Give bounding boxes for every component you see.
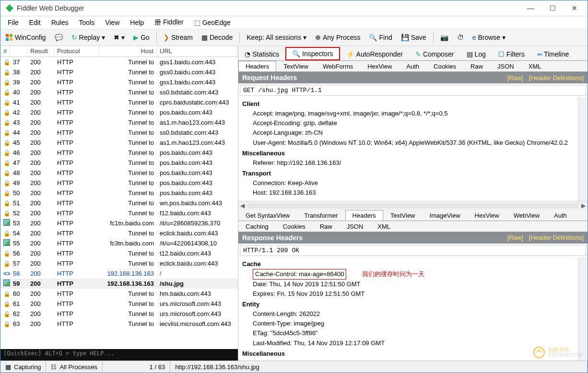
resptab-raw[interactable]: Raw <box>313 221 340 232</box>
tab-filters[interactable]: ☐Filters <box>492 47 531 60</box>
session-row[interactable]: 🔒57200HTTPTunnel toeclick.baidu.com:443 <box>0 258 238 268</box>
find-button[interactable]: 🔍Find <box>366 32 395 43</box>
any-process-button[interactable]: ⊕Any Process <box>312 32 364 43</box>
stream-button[interactable]: ❯Stream <box>161 32 196 43</box>
session-row[interactable]: 🔒56200HTTPTunnel tot12.baidu.com:443 <box>0 248 238 258</box>
session-row[interactable]: 🔒40200HTTPTunnel toss0.bdstatic.com:443 <box>0 87 238 97</box>
session-row[interactable]: 🔒46200HTTPTunnel topos.baidu.com:443 <box>0 148 238 158</box>
reqtab-xml[interactable]: XML <box>521 61 549 71</box>
keep-sessions-dropdown[interactable]: Keep: All sessions▾ <box>244 32 309 43</box>
session-row[interactable]: 🔒47200HTTPTunnel topos.baidu.com:443 <box>0 158 238 168</box>
close-button[interactable]: ✕ <box>564 1 586 15</box>
tab-composer[interactable]: ✎Composer <box>409 47 460 60</box>
req-def-link[interactable]: [Header Definitions] <box>529 74 584 82</box>
reqtab-json[interactable]: JSON <box>490 61 521 71</box>
reqtab-cookies[interactable]: Cookies <box>426 61 463 71</box>
capturing-indicator[interactable]: ▦Capturing <box>0 361 46 373</box>
resptab-json[interactable]: JSON <box>340 221 371 232</box>
menu-file[interactable]: File <box>3 17 23 28</box>
reqtab-raw[interactable]: Raw <box>463 61 490 71</box>
camera-button[interactable]: 📷 <box>437 32 451 43</box>
col-host[interactable]: Host <box>99 46 157 57</box>
tab-autoresponder[interactable]: ⚡AutoResponder <box>340 47 409 60</box>
session-row[interactable]: 55200HTTPfc3tn.baidu.com/it/u=4220614308… <box>0 238 238 248</box>
session-row[interactable]: 🔒41200HTTPTunnel tocpro.baidustatic.com:… <box>0 97 238 107</box>
resptab-transformer[interactable]: Transformer <box>297 210 345 221</box>
session-row[interactable]: 🔒61200HTTPTunnel tours.microsoft.com:443 <box>0 299 238 309</box>
reqtab-auth[interactable]: Auth <box>399 61 426 71</box>
session-row[interactable]: 🔒43200HTTPTunnel toas1.m.hao123.com:443 <box>0 117 238 128</box>
session-row[interactable]: <>58200HTTP192.168.136.163/ <box>0 268 238 279</box>
req-raw-link[interactable]: [Raw] <box>507 74 523 82</box>
col-num[interactable]: # <box>0 46 10 57</box>
col-protocol[interactable]: Protocol <box>54 46 99 57</box>
request-subtabs: HeadersTextViewWebFormsHexViewAuthCookie… <box>238 61 588 72</box>
menu-rules[interactable]: Rules <box>47 17 73 28</box>
lock-icon: 🔒 <box>3 69 10 76</box>
menu-tools[interactable]: Tools <box>74 17 99 28</box>
resptab-headers[interactable]: Headers <box>345 210 383 221</box>
session-row[interactable]: 🔒37200HTTPTunnel togss1.baidu.com:443 <box>0 57 238 67</box>
session-row[interactable]: 🔒48200HTTPTunnel topos.baidu.com:443 <box>0 168 238 178</box>
session-row[interactable]: 🔒49200HTTPTunnel topos.baidu.com:443 <box>0 178 238 188</box>
scrollbar-vertical[interactable] <box>578 97 588 201</box>
menu-edit[interactable]: Edit <box>25 17 45 28</box>
tab-inspectors[interactable]: 🔍Inspectors <box>285 47 340 60</box>
session-row[interactable]: 🔒60200HTTPTunnel tohm.baidu.com:443 <box>0 289 238 299</box>
session-row[interactable]: 🔒54200HTTPTunnel toeclick.baidu.com:443 <box>0 228 238 238</box>
menu-geoedge[interactable]: ⬚ GeoEdge <box>190 17 235 28</box>
go-button[interactable]: ▶Go <box>130 32 153 43</box>
resp-raw-link[interactable]: [Raw] <box>507 234 523 241</box>
save-button[interactable]: 💾Save <box>398 32 429 43</box>
tab-log[interactable]: ▤Log <box>460 47 492 60</box>
reqtab-textview[interactable]: TextView <box>276 61 316 71</box>
tab-statistics[interactable]: ◔Statistics <box>238 47 285 60</box>
lock-icon: 🔒 <box>3 119 10 126</box>
resp-def-link[interactable]: [Header Definitions] <box>529 234 584 241</box>
winconfig-button[interactable]: WinConfig <box>2 32 49 43</box>
resptab-hexview[interactable]: HexView <box>468 210 506 221</box>
reqtab-hexview[interactable]: HexView <box>360 61 399 71</box>
session-row[interactable]: 🔒44200HTTPTunnel toss0.bdstatic.com:443 <box>0 128 238 138</box>
menu-help[interactable]: Help <box>126 17 148 28</box>
comment-button[interactable]: 💬 <box>52 32 66 43</box>
session-row[interactable]: 🔒45200HTTPTunnel toas1.m.hao123.com:443 <box>0 138 238 148</box>
session-row[interactable]: 🔒52200HTTPTunnel tof12.baidu.com:443 <box>0 208 238 218</box>
session-row[interactable]: 🔒50200HTTPTunnel topos.baidu.com:443 <box>0 188 238 198</box>
session-row[interactable]: 🔒62200HTTPTunnel tours.microsoft.com:443 <box>0 309 238 319</box>
resptab-webview[interactable]: WebView <box>506 210 547 221</box>
browse-button[interactable]: eBrowse▾ <box>470 32 508 43</box>
resptab-imageview[interactable]: ImageView <box>423 210 468 221</box>
tab-timeline[interactable]: ═Timeline <box>531 47 575 60</box>
col-result[interactable]: Result <box>27 46 54 57</box>
resptab-textview[interactable]: TextView <box>383 210 423 221</box>
menu-fiddler[interactable]: 册 Fiddler <box>150 17 188 28</box>
session-row[interactable]: 🔒38200HTTPTunnel togss0.baidu.com:443 <box>0 67 238 77</box>
session-row[interactable]: 🔒51200HTTPTunnel town.pos.baidu.com:443 <box>0 198 238 208</box>
maximize-button[interactable]: ☐ <box>541 1 564 15</box>
session-row[interactable]: 🔒39200HTTPTunnel togss1.baidu.com:443 <box>0 77 238 87</box>
resptab-cookies[interactable]: Cookies <box>276 221 313 232</box>
quickexec-input[interactable]: [QuickExec] ALT+Q > type HELP... <box>0 349 238 361</box>
resptab-auth[interactable]: Auth <box>547 210 574 221</box>
reqtab-webforms[interactable]: WebForms <box>316 61 360 71</box>
scrollbar-vertical[interactable] <box>578 257 588 361</box>
timer-button[interactable]: ⏱ <box>454 32 467 43</box>
menu-view[interactable]: View <box>101 17 124 28</box>
resptab-caching[interactable]: Caching <box>238 221 276 232</box>
session-row[interactable]: 🔒63200HTTPTunnel toiecvlist.microsoft.co… <box>0 319 238 329</box>
decode-button[interactable]: ▦Decode <box>199 32 235 43</box>
session-grid[interactable]: 🔒37200HTTPTunnel togss1.baidu.com:443🔒38… <box>0 57 238 349</box>
resptab-getsyntaxview[interactable]: Get SyntaxView <box>238 210 297 221</box>
minimize-button[interactable]: — <box>519 1 541 15</box>
col-url[interactable]: URL <box>157 46 237 57</box>
session-row[interactable]: 53200HTTPfc1tn.baidu.com/it/u=2860859236… <box>0 218 238 228</box>
resptab-xml[interactable]: XML <box>370 221 398 232</box>
remove-button[interactable]: ✖▾ <box>111 32 128 43</box>
session-row[interactable]: 59200HTTP192.168.136.163/shu.jpg <box>0 279 238 289</box>
process-filter[interactable]: ☷All Processes <box>46 361 103 373</box>
scrollbar-horizontal[interactable]: ◀▶ <box>238 201 588 210</box>
reqtab-headers[interactable]: Headers <box>238 61 276 71</box>
replay-button[interactable]: ↻Replay▾ <box>69 32 108 43</box>
session-row[interactable]: 🔒42200HTTPTunnel topos.baidu.com:443 <box>0 107 238 117</box>
